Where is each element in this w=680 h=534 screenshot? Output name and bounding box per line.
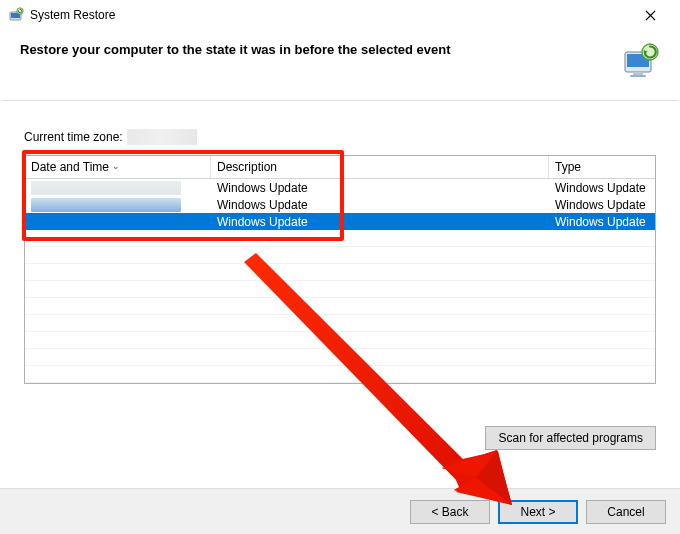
column-date-time-label: Date and Time	[31, 160, 109, 174]
timezone-label: Current time zone:	[24, 130, 123, 144]
table-row[interactable]: Windows Update Windows Update	[25, 179, 655, 196]
scan-row: Scan for affected programs	[24, 426, 656, 450]
table-row-empty	[25, 298, 655, 315]
cell-type: Windows Update	[549, 179, 655, 196]
window-title: System Restore	[30, 8, 628, 22]
table-row-empty	[25, 349, 655, 366]
sort-descending-icon: ⌄	[112, 161, 120, 171]
table-row-empty	[25, 315, 655, 332]
restore-large-icon	[620, 42, 660, 80]
table-row-empty	[25, 366, 655, 383]
back-button[interactable]: < Back	[410, 500, 490, 524]
dialog-header: Restore your computer to the state it wa…	[0, 30, 680, 100]
timezone-value-redacted	[127, 129, 197, 145]
cell-description: Windows Update	[211, 213, 549, 230]
scan-affected-programs-button[interactable]: Scan for affected programs	[485, 426, 656, 450]
content-area: Current time zone: Date and Time ⌄ Descr…	[0, 101, 680, 462]
table-row-empty	[25, 264, 655, 281]
table-body: Windows Update Windows Update Windows Up…	[25, 179, 655, 383]
table-row-empty	[25, 247, 655, 264]
date-time-redacted	[31, 198, 181, 212]
timezone-row: Current time zone:	[24, 129, 656, 145]
table-row-empty	[25, 332, 655, 349]
table-row-empty	[25, 230, 655, 247]
dialog-heading: Restore your computer to the state it wa…	[20, 42, 620, 57]
table-row[interactable]: Windows Update Windows Update	[25, 196, 655, 213]
column-description-label: Description	[217, 160, 277, 174]
table-row-empty	[25, 281, 655, 298]
column-description[interactable]: Description	[211, 156, 549, 178]
restore-points-table-wrap: Date and Time ⌄ Description Type Windows…	[24, 155, 656, 384]
next-button[interactable]: Next >	[498, 500, 578, 524]
column-type-label: Type	[555, 160, 581, 174]
cell-description: Windows Update	[211, 179, 549, 196]
svg-rect-6	[630, 75, 646, 77]
cell-type: Windows Update	[549, 196, 655, 213]
close-icon	[645, 10, 656, 21]
titlebar: System Restore	[0, 0, 680, 30]
cancel-button[interactable]: Cancel	[586, 500, 666, 524]
table-header: Date and Time ⌄ Description Type	[25, 156, 655, 179]
wizard-footer: < Back Next > Cancel	[0, 488, 680, 534]
restore-icon	[8, 7, 24, 23]
svg-rect-5	[633, 72, 643, 75]
table-row-selected[interactable]: Windows Update Windows Update	[25, 213, 655, 230]
column-date-time[interactable]: Date and Time ⌄	[25, 156, 211, 178]
restore-points-table[interactable]: Date and Time ⌄ Description Type Windows…	[24, 155, 656, 384]
cell-type: Windows Update	[549, 213, 655, 230]
cell-description: Windows Update	[211, 196, 549, 213]
close-button[interactable]	[628, 1, 672, 29]
column-type[interactable]: Type	[549, 156, 655, 178]
date-time-redacted	[25, 213, 211, 230]
date-time-redacted	[31, 181, 181, 195]
